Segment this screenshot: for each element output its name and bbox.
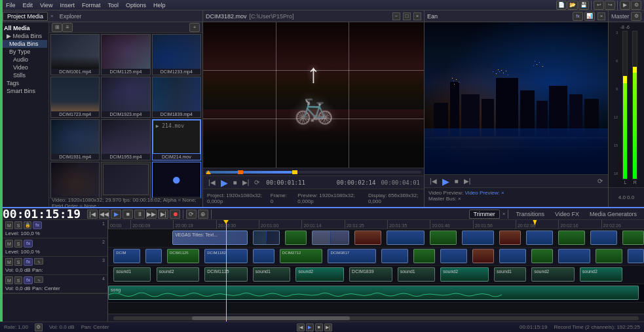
tl-next[interactable]: ▶▶ [146,210,157,219]
clip-0-1[interactable] [253,231,280,245]
clip-1-10[interactable] [531,249,553,263]
track-solo-btn-0[interactable]: S [14,221,22,229]
media-item-10[interactable]: DCIM2719.mp4 [101,162,150,198]
scrollbar-thumb[interactable] [192,316,350,320]
clip-1-2712[interactable]: DCIM2712 [280,249,322,263]
tab-trimmer-close[interactable]: × [502,211,506,217]
redo-btn[interactable]: ↪ [605,1,615,10]
clip-1-13[interactable] [628,249,644,263]
envelope-btn-2[interactable]: ∿ [34,258,43,265]
undo-btn[interactable]: ↩ [594,1,604,10]
media-item-3[interactable]: DCIM1723.mp4 [50,77,100,118]
clip-2-sound2d[interactable]: sound2 [531,267,574,282]
timeline-tracks-body[interactable]: 00:00 20:00:09 20:00:19 20:00:30 20:01:0… [108,220,644,322]
track-mute-btn-1[interactable]: M [5,240,13,248]
tree-video[interactable]: Video [1,64,47,71]
tl-loop[interactable]: ⟳ [186,210,197,219]
clip-1-5[interactable] [381,249,408,263]
clip-2-sound1b[interactable]: sound1 [253,267,290,282]
render-btn[interactable]: ▶ [620,1,630,10]
play-btn[interactable]: ▶ [219,177,229,188]
clip-0-12[interactable] [622,231,644,245]
track-lock-btn-0[interactable]: 🔒 [24,221,31,229]
preview-minimize-btn[interactable]: − [392,12,400,20]
tree-audio[interactable]: Audio [1,56,47,64]
track-fx-btn-2[interactable]: fx [24,258,33,266]
menu-edit[interactable]: Edit [20,0,37,10]
sb-stop-btn[interactable]: ■ [315,323,323,331]
status-settings-btn[interactable]: ⚙ [35,323,43,331]
clip-1-11[interactable] [558,249,590,263]
clip-1-12[interactable] [596,249,622,263]
next-frame-btn[interactable]: ▶| [241,179,251,186]
clip-0-3[interactable] [312,231,349,245]
clip-2-sound1c[interactable]: sound1 [398,267,435,282]
open-btn[interactable]: 📂 [567,1,578,10]
track-solo-btn-1[interactable]: S [14,240,22,248]
right-play-btn[interactable]: ▶ [441,176,451,187]
preview-close-btn[interactable]: × [413,12,421,20]
preview-maximize-btn[interactable]: □ [403,12,411,20]
clip-2-1839[interactable]: DCIM1839 [349,267,392,282]
track-fx-btn-1[interactable]: fx [24,240,33,248]
clip-2-sound2[interactable]: sound2 [157,267,199,282]
audio-settings-btn[interactable]: ⚙ [631,12,641,21]
clip-0-11[interactable] [590,231,617,245]
media-import-btn[interactable]: + [189,23,200,32]
tree-media-bins[interactable]: ▶ Media Bins [1,32,47,40]
loop-btn[interactable]: ⟳ [253,179,261,186]
preview-scrubber[interactable] [203,168,424,175]
sb-prev-btn[interactable]: |◀ [297,323,305,331]
track-solo-btn-2[interactable]: S [14,258,22,266]
right-prev-btn[interactable]: |◀ [428,177,438,185]
envelope-btn-3[interactable]: ∿ [34,276,43,283]
menu-file[interactable]: File [3,0,19,10]
clip-1-6[interactable] [413,249,435,263]
clip-1-0[interactable] [145,249,162,263]
menu-options[interactable]: Options [123,0,149,10]
clip-0-6[interactable] [430,231,457,245]
right-stop-btn[interactable]: ■ [453,177,460,185]
sb-next-btn[interactable]: ▶| [324,323,332,331]
menu-view[interactable]: View [37,0,56,10]
tab-explorer[interactable]: Explorer [55,12,86,21]
track-mute-btn-2[interactable]: M [5,258,13,266]
clip-3-song[interactable]: song [108,286,639,300]
media-item-11[interactable]: ● [152,162,201,198]
settings-btn[interactable]: ⚙ [631,1,641,10]
tree-stills[interactable]: Stills [1,71,47,79]
media-item-4[interactable]: DCIM1923.mp4 [101,77,150,118]
media-item-2[interactable]: DCIM1233.mp4 [152,34,201,75]
media-item-7[interactable]: DCIM1953.mp4 [101,119,150,160]
clip-1-7[interactable] [440,249,467,263]
clip-2-sound1d[interactable]: sound1 [494,267,526,282]
clip-1-dcim[interactable]: DCIM [113,249,140,263]
tab-video-fx[interactable]: Video FX [550,210,584,219]
track-solo-btn-3[interactable]: S [14,276,22,284]
clip-0-7[interactable] [462,231,494,245]
media-item-6[interactable]: DCIM1931.mp4 [50,119,100,160]
clip-2-sound1[interactable]: sound1 [113,267,151,282]
clip-0-10[interactable] [558,231,585,245]
tl-snap[interactable]: ⊕ [198,210,208,219]
track-fx-btn-0[interactable]: fx [33,221,42,229]
right-loop-btn[interactable]: ⟳ [596,177,604,185]
clip-2-last[interactable]: sound2 [580,267,622,282]
clip-1-8[interactable] [472,249,494,263]
clip-0-4[interactable] [354,231,381,245]
clip-1-3817[interactable]: DCIM3817 [328,249,376,263]
tl-play[interactable]: ▶ [111,210,121,219]
clip-2-sound2b[interactable]: sound2 [295,267,344,282]
track-mute-btn-3[interactable]: M [5,276,13,284]
tl-record[interactable]: ⏺ [170,210,180,219]
clip-1-1125[interactable]: DCIM1125 [167,249,199,263]
tree-tags[interactable]: Tags [1,79,47,87]
media-item-0[interactable]: DCIM1001.mp4 [50,34,100,75]
media-item-5[interactable]: DCIM1839.mp4 [152,77,201,118]
save-btn[interactable]: 💾 [578,1,589,10]
media-item-9[interactable]: DCIM2175.mp4 [50,162,100,198]
tab-trimmer[interactable]: Trimmer [469,210,500,219]
clip-0-2[interactable] [285,231,307,245]
media-item-8[interactable]: ▶ 214.mov DCIM214.mov [152,119,201,160]
stop-btn[interactable]: ■ [232,179,238,186]
